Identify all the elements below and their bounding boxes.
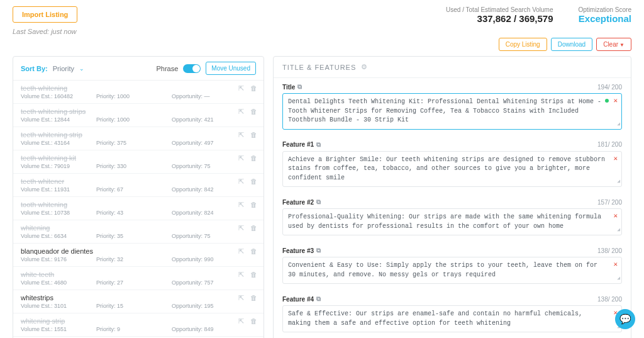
- trash-icon[interactable]: 🗑: [250, 201, 257, 209]
- field-label-f3: Feature #3: [282, 247, 314, 254]
- phrase-toggle[interactable]: [183, 64, 201, 73]
- volume-value: 337,862 / 369,579: [477, 13, 553, 24]
- clear-field-icon[interactable]: ✕: [613, 211, 618, 222]
- title-input[interactable]: Dental Delights Teeth Whitening Kit: Pro…: [282, 93, 622, 130]
- f1-counter: 181/ 200: [597, 141, 622, 148]
- external-link-icon[interactable]: ⇱: [238, 224, 244, 232]
- external-link-icon[interactable]: ⇱: [238, 177, 244, 186]
- resize-icon[interactable]: ◢: [617, 177, 620, 185]
- field-label-f4: Feature #4: [282, 296, 314, 303]
- external-link-icon[interactable]: ⇱: [238, 271, 244, 279]
- copy-icon[interactable]: ⧉: [297, 83, 302, 91]
- keyword-row[interactable]: teeth whitening kitVolume Est.: 79019Pri…: [13, 150, 264, 174]
- keyword-row[interactable]: teeth whitening stripVolume Est.: 43164P…: [13, 127, 264, 150]
- copy-icon[interactable]: ⧉: [316, 247, 321, 254]
- keyword-row[interactable]: whitestripsVolume Est.: 3101Priority: 15…: [13, 290, 264, 313]
- chevron-down-icon: ⌄: [79, 65, 84, 72]
- f4-counter: 138/ 200: [597, 296, 622, 303]
- sort-by-label: Sort By:: [21, 65, 48, 72]
- keyword-title: tooth whitening: [21, 201, 256, 208]
- sort-by-value: Priority: [53, 65, 74, 72]
- keyword-row[interactable]: blanqueador de dientesVolume Est.: 9176P…: [13, 244, 264, 267]
- external-link-icon[interactable]: ⇱: [238, 108, 244, 116]
- keyword-title: teeth whitener: [21, 177, 256, 185]
- feature2-input[interactable]: Professional-Quality Whitening: Our stri…: [282, 208, 622, 235]
- trash-icon[interactable]: 🗑: [250, 271, 257, 279]
- copy-icon[interactable]: ⧉: [316, 141, 321, 149]
- resize-icon[interactable]: ◢: [617, 120, 620, 128]
- resize-icon[interactable]: ◢: [617, 226, 620, 234]
- keyword-meta: Volume Est.: 4680Priority: 27Opportunity…: [21, 279, 256, 286]
- header-stats: Used / Total Estimated Search Volume 337…: [446, 6, 631, 24]
- trash-icon[interactable]: 🗑: [250, 108, 257, 116]
- import-listing-button[interactable]: Import Listing: [13, 6, 77, 23]
- external-link-icon[interactable]: ⇱: [238, 294, 244, 302]
- move-unused-button[interactable]: Move Unused: [206, 62, 256, 75]
- keyword-row[interactable]: teeth whitening stripsVolume Est.: 12844…: [13, 104, 264, 127]
- clear-button[interactable]: Clear▼: [596, 38, 631, 51]
- keyword-meta: Volume Est.: 43164Priority: 375Opportuni…: [21, 140, 256, 146]
- last-saved: Last Saved: just now: [0, 28, 644, 38]
- keyword-row[interactable]: teeth whiteningVolume Est.: 160482Priori…: [13, 81, 264, 104]
- keyword-title: whitening strip: [21, 317, 256, 325]
- keyword-title: teeth whitening strip: [21, 131, 256, 138]
- external-link-icon[interactable]: ⇱: [238, 317, 244, 325]
- trash-icon[interactable]: 🗑: [250, 177, 257, 186]
- sort-by-dropdown[interactable]: Sort By: Priority ⌄: [21, 65, 84, 72]
- copy-icon[interactable]: ⧉: [316, 198, 321, 206]
- volume-label: Used / Total Estimated Search Volume: [446, 6, 553, 13]
- field-label-f1: Feature #1: [282, 141, 314, 148]
- keyword-row[interactable]: whiteningVolume Est.: 6634Priority: 35Op…: [13, 220, 264, 244]
- keyword-title: whitening: [21, 224, 256, 232]
- keyword-meta: Volume Est.: 3101Priority: 15Opportunity…: [21, 303, 256, 309]
- keyword-meta: Volume Est.: 9176Priority: 32Opportunity…: [21, 256, 256, 262]
- title-features-panel: TITLE & FEATURES ⚙ Title ⧉ 194/ 200 Dent…: [273, 56, 631, 338]
- title-text: Dental Delights Teeth Whitening Kit: Pro…: [288, 98, 601, 123]
- copy-icon[interactable]: ⧉: [316, 295, 321, 303]
- f2-counter: 157/ 200: [597, 199, 622, 206]
- keyword-row[interactable]: white teethVolume Est.: 4680Priority: 27…: [13, 267, 264, 290]
- external-link-icon[interactable]: ⇱: [238, 84, 244, 93]
- keyword-title: teeth whitening: [21, 84, 256, 92]
- keyword-meta: Volume Est.: 11931Priority: 67Opportunit…: [21, 186, 256, 193]
- keyword-meta: Volume Est.: 160482Priority: 1000Opportu…: [21, 93, 256, 99]
- clear-field-icon[interactable]: ✕: [613, 96, 618, 106]
- score-value: Exceptional: [579, 13, 631, 24]
- chevron-down-icon: ▼: [619, 42, 625, 48]
- keyword-title: white teeth: [21, 271, 256, 278]
- status-dot-icon: [605, 99, 609, 103]
- feature4-input[interactable]: Safe & Effective: Our strips are enamel-…: [282, 305, 622, 332]
- trash-icon[interactable]: 🗑: [250, 84, 257, 93]
- phrase-label: Phrase: [156, 65, 178, 72]
- download-button[interactable]: Download: [551, 38, 592, 51]
- keyword-meta: Volume Est.: 6634Priority: 35Opportunity…: [21, 233, 256, 239]
- title-counter: 194/ 200: [597, 84, 622, 91]
- f4-text: Safe & Effective: Our strips are enamel-…: [288, 310, 582, 327]
- trash-icon[interactable]: 🗑: [250, 294, 257, 302]
- clear-field-icon[interactable]: ✕: [613, 260, 618, 270]
- external-link-icon[interactable]: ⇱: [238, 247, 244, 256]
- trash-icon[interactable]: 🗑: [250, 154, 257, 162]
- feature3-input[interactable]: Convenient & Easy to Use: Simply apply t…: [282, 257, 622, 284]
- trash-icon[interactable]: 🗑: [250, 224, 257, 232]
- resize-icon[interactable]: ◢: [617, 274, 620, 282]
- feature1-input[interactable]: Achieve a Brighter Smile: Our teeth whit…: [282, 151, 622, 188]
- trash-icon[interactable]: 🗑: [250, 131, 257, 139]
- field-label-title: Title: [282, 84, 295, 91]
- trash-icon[interactable]: 🗑: [250, 317, 257, 325]
- keyword-row[interactable]: teeth whitenerVolume Est.: 11931Priority…: [13, 174, 264, 197]
- copy-listing-button[interactable]: Copy Listing: [499, 38, 547, 51]
- keyword-title: whitestrips: [21, 294, 256, 301]
- f1-text: Achieve a Brighter Smile: Our teeth whit…: [288, 156, 605, 181]
- external-link-icon[interactable]: ⇱: [238, 154, 244, 162]
- keyword-title: blanqueador de dientes: [21, 247, 256, 255]
- chat-bubble-icon[interactable]: 💬: [615, 309, 635, 329]
- gear-icon[interactable]: ⚙: [361, 63, 368, 71]
- keyword-meta: Volume Est.: 79019Priority: 330Opportuni…: [21, 163, 256, 169]
- keyword-row[interactable]: tooth whiteningVolume Est.: 10738Priorit…: [13, 197, 264, 220]
- external-link-icon[interactable]: ⇱: [238, 201, 244, 209]
- external-link-icon[interactable]: ⇱: [238, 131, 244, 139]
- trash-icon[interactable]: 🗑: [250, 247, 257, 256]
- keyword-row[interactable]: whitening stripVolume Est.: 1551Priority…: [13, 313, 264, 337]
- clear-field-icon[interactable]: ✕: [613, 154, 618, 164]
